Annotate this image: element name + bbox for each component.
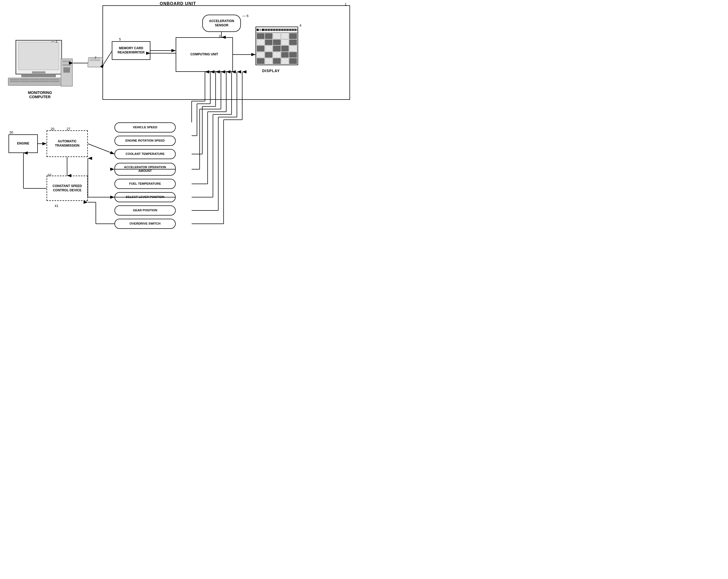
ref-2: — 2 (51, 40, 57, 43)
display-label: DISPLAY (262, 69, 280, 73)
vehicle-speed-label: VEHICLE SPEED (133, 126, 157, 129)
memory-card-label: MEMORY CARDREADER/WRITER (118, 46, 145, 55)
coolant-temp-pill: COOLANT TEMPERATURE (114, 149, 176, 159)
computing-unit-label: COMPUTING UNIT (190, 52, 218, 57)
ref-10: 10 (47, 173, 51, 177)
vehicle-speed-pill: VEHICLE SPEED (114, 123, 176, 132)
gear-position-label: GEAR POSITION (133, 209, 157, 212)
constant-speed-box: CONSTANT SPEEDCONTROL DEVICE (47, 176, 88, 201)
display-box (256, 27, 298, 65)
monitor-screen (16, 40, 62, 75)
diagram: ONBOARD UNIT 1 ACCELERATION SENSOR — 6 M… (0, 0, 364, 290)
engine-rotation-pill: ENGINE ROTATION SPEED (114, 136, 176, 146)
ref-7: 7 (95, 56, 96, 60)
monitoring-computer-label: MONITORINGCOMPUTER (13, 90, 67, 99)
onboard-unit-label: ONBOARD UNIT (160, 1, 196, 6)
svg-line-43 (88, 144, 114, 154)
engine-rotation-label: ENGINE ROTATION SPEED (125, 139, 165, 142)
ref-6: — 6 (242, 14, 249, 18)
auto-trans-box: AUTOMATICTRANSMISSION (47, 130, 88, 157)
auto-trans-label: AUTOMATICTRANSMISSION (55, 139, 79, 148)
keyboard (8, 78, 61, 86)
gear-position-pill: GEAR POSITION (114, 205, 176, 215)
fuel-temp-pill: FUEL TEMPERATURE (114, 179, 176, 189)
ref-41: 41 (55, 204, 58, 208)
computer-tower (61, 58, 73, 86)
ref-20: 20 (51, 127, 54, 131)
ref-5: 5 (119, 37, 121, 41)
computing-unit-box: COMPUTING UNIT (176, 37, 233, 72)
accel-sensor-box: ACCELERATION SENSOR (202, 15, 241, 32)
accelerator-label: ACCELERATOR OPERATION AMOUNT (118, 165, 173, 173)
monitor-stand (21, 74, 56, 77)
constant-speed-label: CONSTANT SPEEDCONTROL DEVICE (53, 184, 82, 192)
overdrive-label: OVERDRIVE SWITCH (130, 222, 160, 226)
select-lever-pill: SELECT LEVER POSITION (114, 192, 176, 202)
accelerator-pill: ACCELERATOR OPERATION AMOUNT (114, 163, 176, 176)
ref-3: 3 (219, 34, 221, 38)
overdrive-pill: OVERDRIVE SWITCH (114, 219, 176, 229)
memory-card-box: MEMORY CARDREADER/WRITER (112, 41, 150, 60)
ref-1: 1 (345, 2, 346, 6)
engine-label: ENGINE (17, 141, 29, 146)
ref-30: 30 (9, 130, 13, 134)
ref-27: 27 (67, 127, 70, 131)
accel-sensor-label: ACCELERATION SENSOR (203, 19, 240, 27)
coolant-temp-label: COOLANT TEMPERATURE (126, 152, 165, 156)
fuel-temp-label: FUEL TEMPERATURE (129, 182, 161, 186)
select-lever-label: SELECT LEVER POSITION (126, 195, 164, 199)
ref-4: 4 (300, 23, 301, 27)
engine-box: ENGINE (8, 134, 38, 153)
